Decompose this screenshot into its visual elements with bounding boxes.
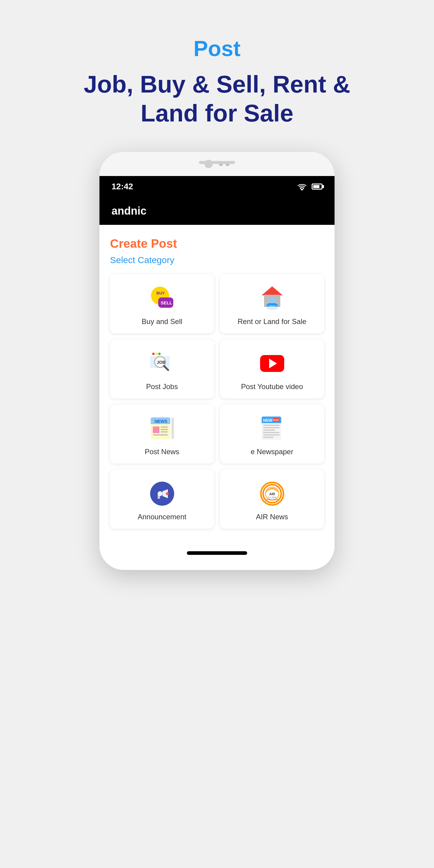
- categories-grid: BUY SELL Buy and Sell: [110, 274, 324, 529]
- app-header: andnic: [99, 197, 335, 225]
- post-news-icon: NEWS: [149, 415, 176, 442]
- phone-frame: 12:42 andnic Create Post Select Category: [99, 152, 335, 570]
- category-card-post-news[interactable]: NEWS Post News: [110, 404, 214, 464]
- youtube-play-icon: [269, 359, 277, 368]
- category-label-buy-sell: Buy and Sell: [142, 317, 182, 326]
- buy-sell-icon: BUY SELL: [149, 285, 176, 312]
- post-jobs-icon: JOB: [149, 350, 176, 377]
- svg-point-14: [158, 352, 161, 355]
- svg-text:NEWS: NEWS: [155, 419, 167, 424]
- wifi-icon: [297, 183, 307, 190]
- svg-point-13: [155, 352, 158, 355]
- svg-rect-39: [263, 437, 274, 438]
- air-news-icon: AIR ALL INDIA RADIO NEWS: [258, 480, 286, 507]
- announcement-icon: [149, 480, 176, 507]
- home-indicator: [187, 551, 247, 555]
- svg-rect-34: [263, 425, 280, 426]
- youtube-icon: [258, 350, 286, 377]
- svg-rect-22: [153, 427, 159, 433]
- status-icons: [297, 183, 322, 190]
- category-card-announcement[interactable]: Announcement: [110, 470, 214, 529]
- svg-point-12: [152, 352, 155, 355]
- status-bar: 12:42: [99, 176, 335, 197]
- svg-text:RADIO NEWS: RADIO NEWS: [266, 498, 278, 500]
- category-label-post-news: Post News: [145, 447, 179, 456]
- category-label-post-youtube: Post Youtube video: [241, 382, 303, 391]
- page-title: Post: [193, 36, 241, 61]
- rent-land-icon: [258, 285, 286, 312]
- status-time: 12:42: [112, 182, 133, 191]
- enewspaper-icon: NEWS PDF: [258, 415, 286, 442]
- svg-rect-27: [172, 417, 174, 439]
- category-card-enewspaper[interactable]: NEWS PDF e Newspaper: [220, 404, 324, 464]
- battery-icon: [312, 184, 322, 190]
- phone-top-bar: [99, 152, 335, 176]
- svg-rect-26: [153, 434, 168, 435]
- phone-bottom-area: [99, 541, 335, 555]
- category-card-air-news[interactable]: AIR ALL INDIA RADIO NEWS AIR News: [220, 470, 324, 529]
- svg-marker-5: [261, 286, 283, 296]
- category-card-buy-sell[interactable]: BUY SELL Buy and Sell: [110, 274, 214, 333]
- category-label-announcement: Announcement: [138, 513, 186, 521]
- category-card-rent-land[interactable]: Rent or Land for Sale: [220, 274, 324, 333]
- svg-rect-38: [263, 434, 280, 435]
- svg-rect-24: [161, 429, 168, 430]
- svg-rect-41: [158, 495, 160, 499]
- select-category-label: Select Category: [110, 255, 324, 265]
- svg-rect-37: [263, 432, 280, 433]
- svg-text:SELL: SELL: [161, 300, 172, 305]
- svg-point-0: [301, 189, 303, 190]
- category-label-enewspaper: e Newspaper: [251, 447, 293, 456]
- category-card-post-youtube[interactable]: Post Youtube video: [220, 339, 324, 398]
- app-name: andnic: [112, 205, 147, 217]
- category-label-rent-land: Rent or Land for Sale: [238, 317, 306, 326]
- category-card-post-jobs[interactable]: JOB Post Jobs: [110, 339, 214, 398]
- svg-point-42: [166, 492, 169, 495]
- svg-rect-36: [263, 430, 275, 431]
- svg-rect-35: [263, 427, 280, 428]
- create-post-title: Create Post: [110, 237, 324, 250]
- page-subtitle: Job, Buy & Sell, Rent & Land for Sale: [82, 70, 352, 128]
- speaker-bar: [199, 161, 235, 164]
- svg-text:BUY: BUY: [156, 291, 165, 296]
- svg-rect-25: [161, 431, 168, 433]
- svg-text:PDF: PDF: [273, 418, 279, 422]
- category-label-air-news: AIR News: [256, 513, 288, 521]
- svg-text:ALL INDIA: ALL INDIA: [268, 496, 276, 498]
- svg-rect-23: [161, 427, 168, 428]
- category-label-post-jobs: Post Jobs: [146, 382, 178, 391]
- app-content: Create Post Select Category BUY SELL Buy…: [99, 225, 335, 541]
- svg-text:AIR: AIR: [269, 492, 275, 496]
- svg-text:JOB: JOB: [157, 360, 165, 365]
